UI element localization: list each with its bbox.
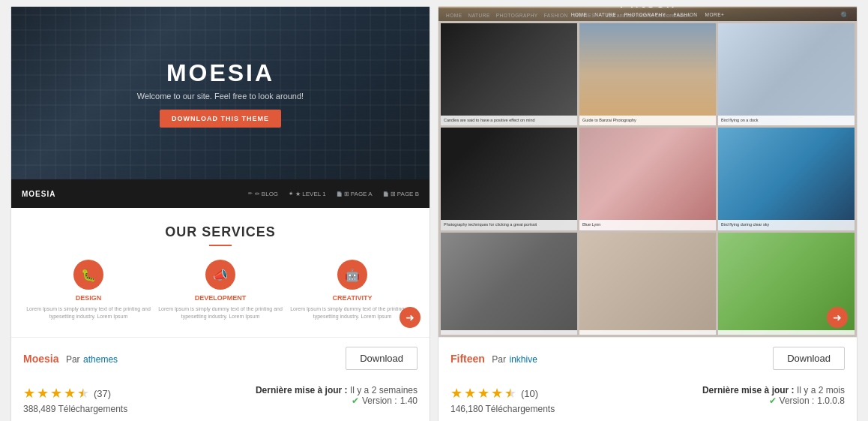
fifteen-grid-bg-1: [441, 23, 577, 126]
moesia-author-info: Moesia Par athemes: [23, 352, 118, 365]
fifteen-update-info: Dernière mise à jour : Il y a 2 mois ✔ V…: [702, 385, 845, 406]
moesia-download-theme-button[interactable]: DOWNLOAD THIS THEME: [160, 110, 281, 128]
fifteen-grid-item-2[interactable]: Guide to Banzai Photography: [579, 23, 716, 126]
moesia-nav-level[interactable]: ★ LEVEL 1: [289, 191, 326, 197]
fifteen-info: Fifteen Par inkhive Download: [438, 337, 857, 379]
moesia-star-3: ★: [50, 385, 62, 401]
moesia-preview-wrapper: MOESIA Welcome to our site. Feel free to…: [11, 7, 430, 337]
fifteen-photo-grid: Candles are said to have a positive effe…: [438, 21, 857, 338]
fifteen-version-label: Version :: [780, 395, 815, 406]
fifteen-bnav-nature[interactable]: NATURE: [594, 12, 616, 17]
moesia-service-development: 📣 DEVELOPMENT Lorem Ipsum is simply dumm…: [158, 260, 283, 320]
fifteen-bnav-photography[interactable]: PHOTOGRAPHY: [624, 12, 666, 17]
moesia-checkmark-icon: ✔: [352, 395, 359, 406]
moesia-nav-pageb[interactable]: ⊞ PAGE B: [383, 191, 419, 197]
fifteen-next-arrow-icon[interactable]: ➜: [827, 307, 848, 328]
fifteen-stats: ★ ★ ★ ★ ★ (10) 146,180 Téléchargements D…: [438, 379, 857, 421]
fifteen-card: HOME NATURE PHOTOGRAPHY FASHION MOVIES 🔍…: [438, 6, 858, 421]
moesia-version-label: Version :: [362, 395, 397, 406]
fifteen-update-label: Dernière mise à jour : Il y a 2 mois: [702, 385, 845, 395]
moesia-author-link[interactable]: athemes: [83, 354, 118, 365]
moesia-services: OUR SERVICES 🐛 DESIGN Lorem Ipsum is sim…: [11, 208, 430, 337]
moesia-download-button[interactable]: Download: [346, 347, 418, 370]
fifteen-checkmark-icon: ✔: [769, 395, 777, 406]
moesia-version-info: ✔ Version : 1.40: [256, 395, 418, 406]
moesia-dev-name: DEVELOPMENT: [158, 294, 283, 302]
moesia-update-info: Dernière mise à jour : Il y a 2 semaines…: [256, 385, 418, 406]
fifteen-theme-name: Fifteen: [450, 353, 485, 365]
fifteen-stars: ★ ★ ★ ★ ★ (10): [450, 385, 555, 401]
fifteen-grid-bg-6: [718, 128, 855, 230]
moesia-creativity-name: CREATIVITY: [290, 294, 415, 302]
moesia-design-name: DESIGN: [26, 294, 151, 302]
fifteen-grid-item-8[interactable]: [579, 233, 716, 335]
moesia-stats: ★ ★ ★ ★ ★ (37) 388,489 Téléchargements D…: [11, 379, 430, 421]
fifteen-star-4: ★: [491, 385, 503, 401]
moesia-creativity-text: Lorem Ipsum is simply dummy text of the …: [290, 305, 415, 320]
fifteen-rating-section: ★ ★ ★ ★ ★ (10) 146,180 Téléchargements: [450, 385, 555, 414]
fifteen-par-label: Par: [492, 354, 506, 365]
fifteen-grid-bg-3: [718, 23, 855, 126]
moesia-creativity-icon: 🤖: [337, 260, 367, 290]
fifteen-star-5-half: ★: [504, 385, 516, 401]
moesia-nav-links: ✏ BLOG ★ LEVEL 1 ⊞ PAGE A ⊞ PAGE B: [248, 191, 419, 197]
fifteen-star-1: ★: [450, 385, 462, 401]
fifteen-grid-item-6[interactable]: Bird flying during clear sky: [718, 128, 855, 230]
moesia-dev-icon: 📣: [205, 260, 235, 290]
fifteen-grid-item-3[interactable]: Bird flying on a dock: [718, 23, 855, 126]
moesia-theme-name: Moesia: [23, 353, 58, 365]
fifteen-grid-caption-1: Candles are said to have a positive effe…: [441, 116, 577, 125]
fifteen-bnav-more[interactable]: MORE+: [705, 12, 724, 17]
fifteen-grid-caption-8: [579, 330, 716, 335]
moesia-star-2: ★: [37, 385, 49, 401]
moesia-design-text: Lorem Ipsum is simply dummy text of the …: [26, 305, 151, 320]
fifteen-hero: HOME NATURE PHOTOGRAPHY FASHION MOVIES 🔍…: [438, 7, 857, 21]
moesia-preview[interactable]: MOESIA Welcome to our site. Feel free to…: [11, 7, 430, 337]
moesia-nav: MOESIA ✏ BLOG ★ LEVEL 1 ⊞ PAGE A ⊞ PAGE …: [11, 179, 430, 208]
moesia-title: MOESIA: [137, 59, 304, 87]
fifteen-bnav-fashion[interactable]: FASHION: [673, 12, 697, 17]
moesia-service-creativity: 🤖 CREATIVITY Lorem Ipsum is simply dummy…: [290, 260, 415, 320]
fifteen-downloads: 146,180 Téléchargements: [450, 404, 555, 414]
moesia-subtitle: Welcome to our site. Feel free to look a…: [137, 92, 304, 101]
fifteen-preview[interactable]: HOME NATURE PHOTOGRAPHY FASHION MOVIES 🔍…: [438, 7, 857, 337]
fifteen-grid-bg-8: [579, 233, 716, 335]
moesia-nav-blog[interactable]: ✏ BLOG: [248, 191, 278, 197]
fifteen-grid-caption-7: [441, 330, 577, 335]
fifteen-grid-bg-4: [441, 128, 577, 230]
fifteen-grid-caption-2: Guide to Banzai Photography: [579, 116, 716, 125]
moesia-services-grid: 🐛 DESIGN Lorem Ipsum is simply dummy tex…: [26, 260, 415, 320]
fifteen-preview-wrapper: HOME NATURE PHOTOGRAPHY FASHION MOVIES 🔍…: [438, 7, 857, 337]
fifteen-grid-caption-9: [718, 330, 855, 335]
fifteen-version-info: ✔ Version : 1.0.0.8: [702, 395, 845, 406]
fifteen-grid-item-5[interactable]: Blue Lynn: [579, 128, 716, 230]
moesia-nav-brand: MOESIA: [22, 190, 55, 198]
moesia-services-title: OUR SERVICES: [26, 224, 415, 240]
fifteen-author-info: Fifteen Par inkhive: [450, 352, 537, 365]
fifteen-grid-bg-2: [579, 23, 716, 126]
fifteen-grid-caption-3: Bird flying on a dock: [718, 116, 855, 125]
fifteen-grid-item-7[interactable]: [441, 233, 577, 335]
fifteen-author-link[interactable]: inkhive: [509, 354, 537, 365]
moesia-review-count: (37): [94, 388, 111, 399]
moesia-star-1: ★: [23, 385, 35, 401]
moesia-rating-section: ★ ★ ★ ★ ★ (37) 388,489 Téléchargements: [23, 385, 127, 414]
fifteen-grid-caption-4: Photography techniques for clicking a gr…: [441, 220, 577, 230]
moesia-service-design: 🐛 DESIGN Lorem Ipsum is simply dummy tex…: [26, 260, 151, 320]
fifteen-download-button[interactable]: Download: [773, 347, 845, 370]
moesia-star-5-half: ★: [77, 385, 89, 401]
moesia-hero: MOESIA Welcome to our site. Feel free to…: [11, 7, 430, 179]
fifteen-star-3: ★: [477, 385, 489, 401]
fifteen-grid-item-4[interactable]: Photography techniques for clicking a gr…: [441, 128, 577, 230]
fifteen-bnav-home[interactable]: HOME: [571, 12, 588, 17]
moesia-next-arrow-icon[interactable]: ➜: [400, 307, 421, 328]
moesia-info: Moesia Par athemes Download: [11, 337, 430, 379]
moesia-star-4: ★: [64, 385, 76, 401]
fifteen-grid-item-1[interactable]: Candles are said to have a positive effe…: [441, 23, 577, 126]
moesia-nav-pagea[interactable]: ⊞ PAGE A: [337, 191, 373, 197]
moesia-design-icon: 🐛: [73, 260, 103, 290]
fifteen-grid-bg-7: [441, 233, 577, 335]
fifteen-star-2: ★: [464, 385, 476, 401]
fifteen-grid-caption-5: Blue Lynn: [579, 220, 716, 230]
fifteen-grid-bg-5: [579, 128, 716, 230]
